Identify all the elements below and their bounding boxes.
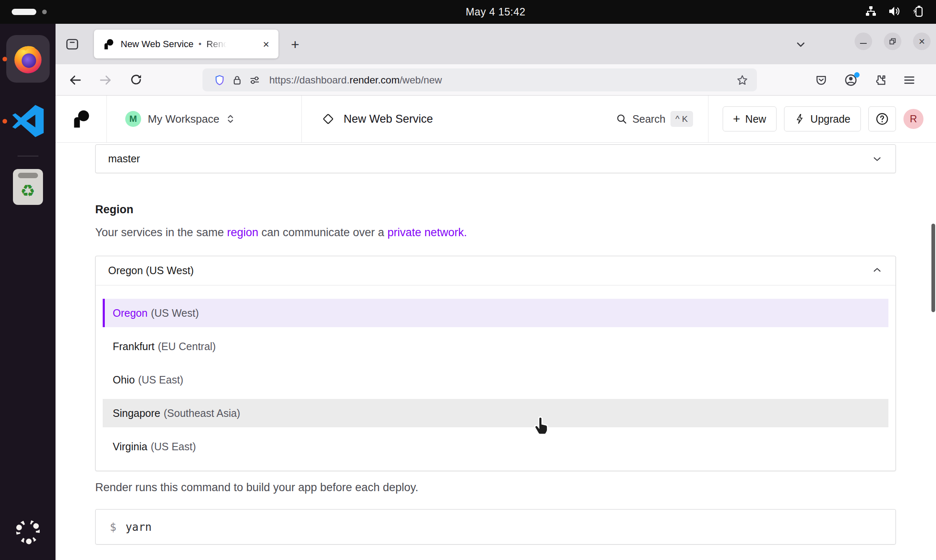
new-button-label: New [745, 113, 766, 125]
minimize-icon [860, 43, 867, 44]
build-command-input[interactable]: $ yarn [95, 509, 896, 545]
tab-title: New Web Service [121, 39, 193, 50]
render-logo-link[interactable] [56, 96, 106, 142]
workspace-indicator-dot [42, 10, 47, 14]
vscode-running-dot [3, 119, 7, 124]
page-scrollbar-thumb[interactable] [931, 224, 935, 312]
new-button[interactable]: + New [723, 106, 777, 131]
dock-item-trash[interactable]: ♻ [0, 164, 56, 210]
dock-item-vscode[interactable] [0, 94, 56, 148]
menu-button[interactable] [900, 71, 919, 90]
tab-close-button[interactable]: × [261, 38, 271, 50]
region-option-singapore[interactable]: Singapore (Southeast Asia) [103, 399, 888, 427]
vscode-icon [11, 104, 45, 138]
system-clock[interactable]: May 4 15:42 [452, 0, 539, 24]
lock-icon[interactable] [228, 71, 246, 89]
pocket-button[interactable] [812, 71, 831, 90]
chevron-up-down-icon [226, 113, 235, 125]
url-bar[interactable]: https://dashboard.render.com/web/new [202, 68, 757, 91]
upgrade-button-label: Upgrade [810, 113, 850, 125]
tab-title-tail: Rend [206, 39, 228, 50]
option-city: Ohio [113, 374, 135, 386]
volume-icon [888, 5, 901, 20]
reload-icon [129, 73, 143, 87]
activities-pill[interactable] [12, 9, 36, 15]
recycle-glyph: ♻ [20, 182, 35, 199]
dock-item-firefox[interactable] [0, 30, 56, 88]
trash-icon: ♻ [13, 169, 43, 205]
region-select-header[interactable]: Oregon (US West) [96, 256, 896, 285]
chevron-down-icon [794, 38, 807, 51]
region-description-text: can communicate over a [258, 226, 387, 239]
pocket-icon [815, 73, 828, 87]
list-all-tabs-button[interactable] [792, 36, 810, 53]
render-app-header: M My Workspace New Web Service Search ^ … [56, 96, 936, 143]
forward-button[interactable] [96, 71, 115, 90]
firefox-icon [12, 43, 44, 75]
option-city: Frankfurt [113, 341, 154, 353]
system-status-area[interactable] [864, 0, 924, 24]
firefox-running-dot [3, 57, 7, 61]
render-logo-icon [72, 110, 90, 128]
battery-charging-icon [911, 5, 924, 20]
new-tab-button[interactable]: + [286, 35, 304, 53]
build-command-description: Render runs this command to build your a… [95, 481, 896, 494]
page-title-group: New Web Service [322, 113, 433, 126]
back-arrow-icon [68, 73, 82, 87]
region-option-oregon[interactable]: Oregon (US West) [103, 299, 888, 327]
workspace-selector[interactable]: M My Workspace [107, 96, 301, 142]
tracking-protection-shield-icon[interactable] [211, 71, 228, 89]
back-button[interactable] [66, 71, 85, 90]
restore-icon [888, 37, 897, 46]
firefox-window: New Web Service • Rend × + × [56, 24, 936, 560]
command-value: yarn [126, 521, 152, 533]
region-option-virginia[interactable]: Virginia (US East) [103, 432, 888, 461]
dock: ♻ [0, 24, 56, 560]
system-top-bar: May 4 15:42 [0, 0, 936, 24]
private-network-link[interactable]: private network. [387, 226, 467, 239]
branch-select[interactable]: master [95, 144, 896, 173]
tab-bar: New Web Service • Rend × + × [56, 24, 936, 64]
account-button[interactable] [841, 71, 860, 90]
window-minimize-button[interactable] [855, 33, 872, 50]
region-link[interactable]: region [227, 226, 258, 239]
ubuntu-logo-icon [10, 514, 46, 549]
region-selected-detail: (US West) [146, 265, 194, 276]
permissions-icon[interactable] [246, 71, 263, 89]
trash-lid [18, 173, 38, 178]
help-button[interactable] [868, 106, 896, 131]
reload-button[interactable] [126, 71, 146, 90]
tab-title-separator: • [198, 39, 201, 49]
dock-item-ubuntu-launcher[interactable] [0, 511, 56, 552]
region-option-frankfurt[interactable]: Frankfurt (EU Central) [103, 332, 888, 361]
browser-tab-active[interactable]: New Web Service • Rend × [94, 30, 278, 58]
workspace-avatar: M [125, 111, 141, 127]
question-circle-icon [875, 112, 889, 126]
option-detail: (US East) [151, 441, 196, 453]
window-maximize-button[interactable] [884, 33, 901, 50]
option-detail: (US West) [151, 307, 199, 319]
search-icon [616, 113, 627, 125]
region-option-ohio[interactable]: Ohio (US East) [103, 366, 888, 394]
region-description: Your services in the same region can com… [95, 226, 896, 239]
option-detail: (Southeast Asia) [164, 407, 240, 419]
option-detail: (US East) [138, 374, 183, 386]
window-close-button[interactable]: × [913, 33, 931, 50]
network-nodes-icon [864, 5, 878, 20]
url-text[interactable]: https://dashboard.render.com/web/new [269, 74, 734, 86]
firefox-view-icon [64, 37, 81, 52]
user-avatar[interactable]: R [903, 109, 923, 129]
navigation-toolbar: https://dashboard.render.com/web/new [56, 64, 936, 96]
lightning-icon [794, 113, 805, 125]
search-button[interactable]: Search ^ K [616, 111, 693, 127]
option-city: Oregon [113, 307, 147, 319]
bookmark-star-button[interactable] [734, 71, 751, 89]
puzzle-icon [873, 73, 887, 87]
branch-select-value: master [108, 153, 140, 165]
firefox-view-button[interactable] [62, 36, 82, 53]
upgrade-button[interactable]: Upgrade [784, 106, 861, 131]
region-selected-city: Oregon [108, 265, 143, 276]
command-prompt: $ [110, 521, 116, 533]
account-notification-dot [854, 72, 860, 78]
extensions-button[interactable] [870, 71, 890, 90]
